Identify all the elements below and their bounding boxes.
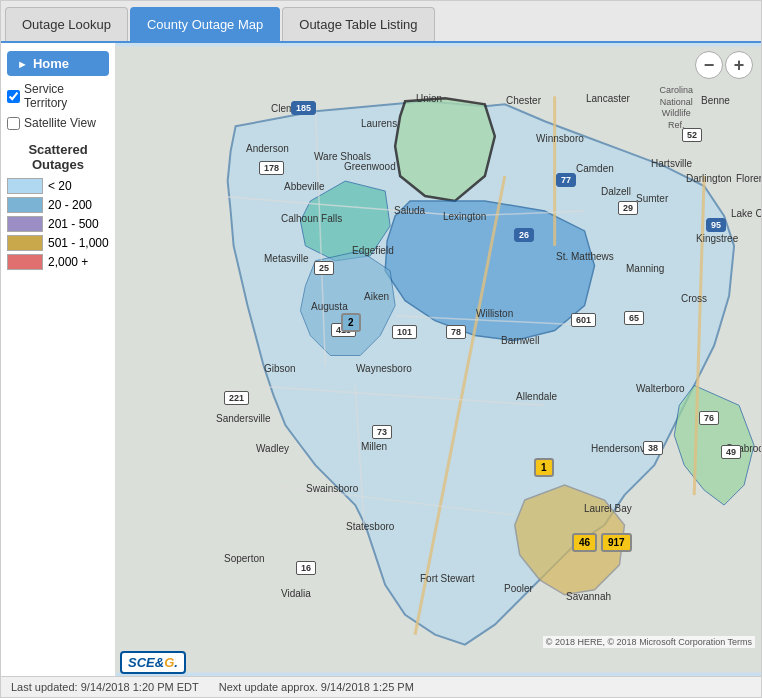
tab-county-outage-map[interactable]: County Outage Map xyxy=(130,7,280,41)
legend-item-label: 20 - 200 xyxy=(48,198,92,212)
map-area[interactable]: ClemsonAndersonLaurensUnionChesterLancas… xyxy=(116,43,761,676)
legend-item: 201 - 500 xyxy=(7,216,109,232)
satellite-view-checkbox[interactable] xyxy=(7,117,20,130)
legend-item-label: 501 - 1,000 xyxy=(48,236,109,250)
legend-color-swatch xyxy=(7,197,43,213)
legend-item: < 20 xyxy=(7,178,109,194)
wildlife-refuge-label: CarolinaNationalWildlifeRef. xyxy=(659,85,693,132)
next-update-text: Next update approx. 9/14/2018 1:25 PM xyxy=(219,681,414,693)
legend-title: Scattered Outages xyxy=(7,142,109,172)
zoom-controls: − + xyxy=(695,51,753,79)
satellite-view-label: Satellite View xyxy=(24,116,96,130)
app-container: Outage Lookup County Outage Map Outage T… xyxy=(0,0,762,698)
tab-outage-lookup[interactable]: Outage Lookup xyxy=(5,7,128,41)
home-arrow-icon: ► xyxy=(17,58,28,70)
sceg-logo: SCE&G. xyxy=(120,651,186,674)
status-bar: Last updated: 9/14/2018 1:20 PM EDT Next… xyxy=(1,676,761,697)
legend-item: 20 - 200 xyxy=(7,197,109,213)
home-button[interactable]: ► Home xyxy=(7,51,109,76)
legend-item: 501 - 1,000 xyxy=(7,235,109,251)
service-territory-row: Service Territory xyxy=(7,82,109,110)
legend-color-swatch xyxy=(7,235,43,251)
tab-bar: Outage Lookup County Outage Map Outage T… xyxy=(1,1,761,43)
service-territory-checkbox[interactable] xyxy=(7,90,20,103)
legend-item-label: 201 - 500 xyxy=(48,217,99,231)
legend-color-swatch xyxy=(7,216,43,232)
last-updated-text: Last updated: 9/14/2018 1:20 PM EDT xyxy=(11,681,199,693)
legend-color-swatch xyxy=(7,178,43,194)
legend-item-label: < 20 xyxy=(48,179,72,193)
legend-color-swatch xyxy=(7,254,43,270)
legend-item: 2,000 + xyxy=(7,254,109,270)
main-content: ► Home Service Territory Satellite View … xyxy=(1,43,761,676)
satellite-view-row: Satellite View xyxy=(7,116,109,130)
legend-items: < 2020 - 200201 - 500501 - 1,0002,000 + xyxy=(7,178,109,270)
zoom-in-button[interactable]: + xyxy=(725,51,753,79)
zoom-out-button[interactable]: − xyxy=(695,51,723,79)
service-territory-label: Service Territory xyxy=(24,82,109,110)
sidebar: ► Home Service Territory Satellite View … xyxy=(1,43,116,676)
map-attribution: © 2018 HERE, © 2018 Microsoft Corporatio… xyxy=(543,636,755,648)
legend-item-label: 2,000 + xyxy=(48,255,88,269)
tab-outage-table-listing[interactable]: Outage Table Listing xyxy=(282,7,434,41)
logo-area: SCE&G. xyxy=(120,651,186,674)
logo-text: SCE&G. xyxy=(128,655,178,670)
